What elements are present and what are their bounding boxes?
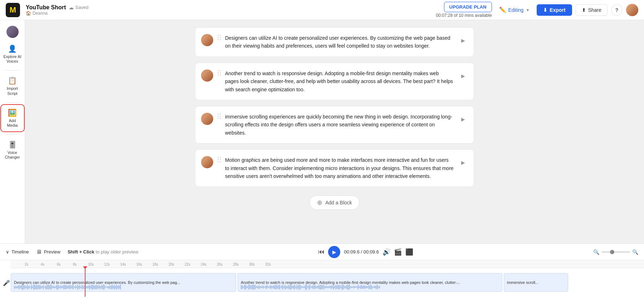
ruler-mark: 28s <box>233 262 239 266</box>
mic-icon[interactable]: 🎤 <box>3 280 10 286</box>
project-info: YouTube Short ☁ Saved 🏠 Deanna <box>26 4 88 16</box>
skip-back-button[interactable]: ⏮ <box>318 248 325 256</box>
play-block-3-button[interactable]: ▶ <box>458 114 468 124</box>
shift-click-hint: Shift + Click to play older preview <box>68 249 138 255</box>
sidebar-divider-2 <box>5 102 20 103</box>
ruler-mark: 16s <box>136 262 142 266</box>
ruler-mark: 4s <box>41 262 45 266</box>
saved-indicator: ☁ Saved <box>69 5 88 10</box>
voice-changer-icon: 🎚️ <box>8 140 17 149</box>
help-button[interactable]: ? <box>611 4 623 16</box>
timeline-clips: Designers can utilize AI to create perso… <box>11 268 619 297</box>
sidebar-item-import-script[interactable]: 📋 ImportScript <box>1 73 24 99</box>
drag-handle-1[interactable] <box>218 35 221 40</box>
ruler-mark: 18s <box>152 262 158 266</box>
block-text-1[interactable]: Designers can utilize AI to create perso… <box>225 34 454 50</box>
block-text-4[interactable]: Motion graphics are being used more and … <box>225 156 454 180</box>
play-block-2-button[interactable]: ▶ <box>458 71 468 81</box>
ruler-mark: 20s <box>169 262 174 266</box>
script-block-4: Motion graphics are being used more and … <box>195 149 474 187</box>
block-avatar-4 <box>201 156 213 168</box>
clip-1-text: Designers can utilize AI to create perso… <box>14 280 180 285</box>
play-pause-button[interactable]: ▶ <box>328 246 340 258</box>
download-icon: ⬇ <box>543 7 547 13</box>
time-info: 00:07:28 of 10 mins available <box>436 13 492 18</box>
project-title: YouTube Short <box>26 4 66 11</box>
shift-click-suffix: to play older preview <box>96 249 138 255</box>
play-block-4-button[interactable]: ▶ <box>458 158 468 168</box>
add-block-button[interactable]: ⊕ Add a Block <box>309 195 360 210</box>
drag-handle-4[interactable] <box>218 157 221 162</box>
block-avatar-3 <box>201 113 213 125</box>
volume-button[interactable]: 🔊 <box>382 248 390 256</box>
share-button[interactable]: ⬆ Share <box>576 4 608 16</box>
script-block-1: Designers can utilize AI to create perso… <box>195 27 474 57</box>
import-script-icon: 📋 <box>8 76 17 85</box>
explore-ai-voices-icon: 👤 <box>8 44 17 53</box>
captions-button[interactable]: ⬛ <box>405 248 413 256</box>
monitor-icon: 🖥 <box>36 249 42 255</box>
sidebar-item-explore-ai-voices[interactable]: 👤 Explore AIVoices <box>1 41 24 67</box>
timeline-clip-1[interactable]: Designers can utilize AI to create perso… <box>11 273 236 292</box>
ruler-mark: 26s <box>217 262 223 266</box>
drag-handle-2[interactable] <box>218 70 221 76</box>
timeline-clip-2[interactable]: Another trend to watch is responsive des… <box>238 273 502 292</box>
ruler-mark: 24s <box>201 262 206 266</box>
chevron-down-icon: ▼ <box>526 8 530 12</box>
sidebar-item-label: Explore AIVoices <box>3 54 21 64</box>
breadcrumb: 🏠 Deanna <box>26 11 88 16</box>
app-logo[interactable]: M <box>6 3 20 17</box>
sidebar-item-label: Add Media <box>3 118 22 128</box>
ruler-mark: 30s <box>249 262 255 266</box>
preview-button[interactable]: 🖥 Preview <box>36 249 60 255</box>
export-button[interactable]: ⬇ Export <box>537 4 572 16</box>
home-icon: 🏠 <box>26 11 31 16</box>
clip-3-text: immersive scroll... <box>507 280 538 285</box>
sidebar-divider <box>5 70 20 71</box>
timeline-toggle[interactable]: ∨ Timeline <box>6 249 29 255</box>
zoom-in-button[interactable]: 🔍 <box>632 249 638 255</box>
chevron-down-icon: ∨ <box>6 249 9 255</box>
app-header: M YouTube Short ☁ Saved 🏠 Deanna UPGRADE… <box>0 0 644 20</box>
play-block-1-button[interactable]: ▶ <box>458 35 468 45</box>
zoom-thumb[interactable] <box>610 250 614 254</box>
zoom-slider[interactable] <box>601 251 630 253</box>
script-block-2: Another trend to watch is responsive des… <box>195 63 474 100</box>
time-display: 00:09.6 / 00:09.6 <box>344 249 379 255</box>
ruler-mark: 22s <box>185 262 190 266</box>
block-text-3[interactable]: immersive scrolling experiences are quic… <box>225 113 454 137</box>
ruler-mark: 8s <box>73 262 77 266</box>
timeline-controls: ⏮ ▶ 00:09.6 / 00:09.6 🔊 🎬 ⬛ <box>318 246 413 258</box>
shift-key-text: Shift + Click <box>68 249 94 255</box>
blocks-container: Designers can utilize AI to create perso… <box>174 27 496 210</box>
sidebar-item-add-media[interactable]: 🖼️ Add Media <box>1 105 24 131</box>
clip-2-waveform: const waveDiv2 = document.currentScript.… <box>238 284 502 290</box>
sidebar-item-label: VoiceChanger <box>5 150 20 160</box>
block-avatar-1 <box>201 34 213 46</box>
ruler-mark: 14s <box>120 262 126 266</box>
clip-2-text: Another trend to watch is responsive des… <box>241 280 460 285</box>
scene-button[interactable]: 🎬 <box>394 248 402 256</box>
timeline-header: ∨ Timeline 🖥 Preview Shift + Click to pl… <box>0 244 644 260</box>
clip-1-waveform: // Generate waveform bars const waveDiv … <box>11 284 236 290</box>
playhead[interactable] <box>85 268 86 297</box>
editing-mode-button[interactable]: ✏️ Editing ▼ <box>496 4 533 15</box>
sidebar-item-label: ImportScript <box>7 86 18 96</box>
preview-label: Preview <box>44 249 60 255</box>
sidebar-item-voice-changer[interactable]: 🎚️ VoiceChanger <box>1 137 24 163</box>
share-icon: ⬆ <box>582 7 586 13</box>
avatar[interactable] <box>626 4 638 16</box>
upgrade-plan-button[interactable]: UPGRADE PLAN <box>444 2 492 12</box>
content-area: Designers can utilize AI to create perso… <box>25 20 644 243</box>
ruler-mark: 6s <box>57 262 61 266</box>
drag-handle-3[interactable] <box>218 113 221 119</box>
main-layout: 👤 Explore AIVoices 📋 ImportScript 🖼️ Add… <box>0 20 644 243</box>
sidebar-avatar[interactable] <box>6 26 19 38</box>
playhead-head <box>83 266 87 269</box>
zoom-out-button[interactable]: 🔍 <box>593 249 599 255</box>
timeline-clip-3[interactable]: immersive scroll... <box>504 273 568 292</box>
timeline-ruler: 2s 4s 6s 8s 10s 12s 14s 16s 18s 20s 22s … <box>11 260 644 268</box>
script-block-3: immersive scrolling experiences are quic… <box>195 106 474 144</box>
timeline-track-area[interactable]: 🎤 2s 4s 6s 8s 10s 12s 14s 16s 18s 20s 22… <box>0 260 644 305</box>
block-text-2[interactable]: Another trend to watch is responsive des… <box>225 69 454 93</box>
